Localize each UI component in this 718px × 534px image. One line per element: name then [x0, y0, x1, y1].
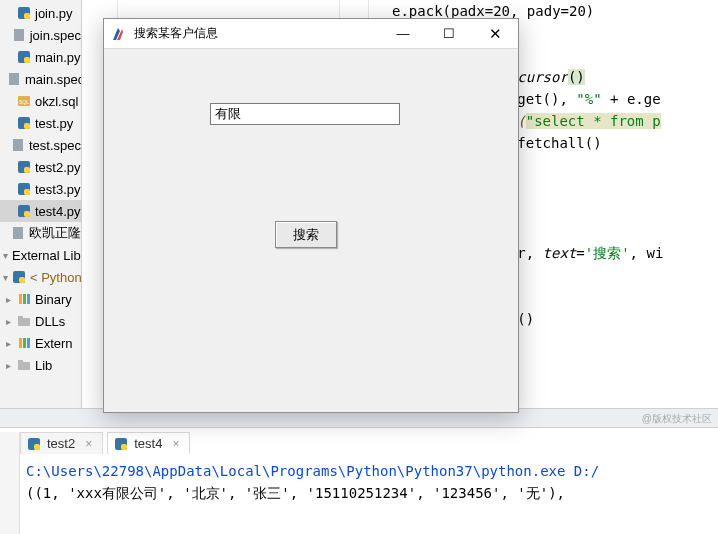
tk-window[interactable]: 搜索某客户信息 ― ☐ ✕ 搜索	[103, 18, 519, 413]
generic-file-icon	[12, 28, 26, 42]
run-tab-label: test4	[134, 436, 162, 451]
tree-item[interactable]: test4.py	[0, 200, 81, 222]
svg-rect-20	[19, 294, 22, 304]
svg-rect-2	[14, 29, 24, 41]
tree-item[interactable]: test3.py	[0, 178, 81, 200]
folder-file-icon	[17, 358, 31, 372]
run-tabs: test2×test4×	[20, 432, 190, 454]
close-tab-icon[interactable]: ×	[85, 437, 92, 451]
py-file-icon	[17, 160, 31, 174]
minimize-button[interactable]: ―	[380, 19, 426, 49]
svg-text:SQL: SQL	[19, 99, 29, 105]
py-file-icon	[17, 204, 31, 218]
tree-item[interactable]: ▸DLLs	[0, 310, 81, 332]
py-file-icon	[12, 270, 26, 284]
tree-arrow-icon: ▸	[3, 360, 13, 371]
tree-item[interactable]: test.spec	[0, 134, 81, 156]
run-tab[interactable]: test2×	[20, 432, 103, 454]
close-tab-icon[interactable]: ×	[172, 437, 179, 451]
svg-rect-27	[27, 338, 30, 348]
svg-rect-1	[24, 13, 30, 19]
run-gutter	[0, 432, 20, 534]
svg-rect-22	[27, 294, 30, 304]
svg-rect-31	[34, 444, 40, 450]
tree-item-label: Extern	[35, 336, 73, 351]
svg-rect-4	[24, 57, 30, 63]
svg-rect-10	[13, 139, 23, 151]
tree-item[interactable]: ▸Extern	[0, 332, 81, 354]
svg-rect-26	[23, 338, 26, 348]
tree-item-label: okzl.sql	[35, 94, 78, 109]
console-line: C:\Users\22798\AppData\Local\Programs\Py…	[26, 460, 712, 482]
generic-file-icon	[11, 138, 25, 152]
svg-rect-29	[18, 360, 23, 363]
tree-item-label: test2.py	[35, 160, 81, 175]
svg-rect-9	[24, 123, 30, 129]
py-file-icon	[17, 182, 31, 196]
tree-item[interactable]: ▾< Python	[0, 266, 81, 288]
search-button[interactable]: 搜索	[275, 221, 337, 248]
folder-file-icon	[17, 314, 31, 328]
tree-item-label: join.spec	[30, 28, 81, 43]
tree-item[interactable]: join.spec	[0, 24, 81, 46]
svg-rect-24	[18, 316, 23, 319]
console-line: ((1, 'xxx有限公司', '北京', '张三', '15110251234…	[26, 482, 712, 504]
tree-item-label: < Python	[30, 270, 81, 285]
svg-rect-17	[13, 227, 23, 239]
tree-item[interactable]: ▾External Libraries	[0, 244, 81, 266]
py-file-icon	[17, 116, 31, 130]
svg-rect-23	[18, 318, 30, 326]
tree-item-label: DLLs	[35, 314, 65, 329]
tk-window-title: 搜索某客户信息	[134, 25, 380, 42]
tree-item-label: test3.py	[35, 182, 81, 197]
project-tree[interactable]: join.pyjoin.specmain.pymain.specSQLokzl.…	[0, 0, 82, 410]
svg-rect-16	[24, 211, 30, 217]
py-file-icon	[114, 437, 128, 451]
svg-rect-28	[18, 362, 30, 370]
py-file-icon	[17, 50, 31, 64]
tree-item[interactable]: join.py	[0, 2, 81, 24]
svg-rect-5	[9, 73, 19, 85]
generic-file-icon	[11, 226, 25, 240]
tree-item[interactable]: 欧凯正隆	[0, 222, 81, 244]
tree-item[interactable]: test2.py	[0, 156, 81, 178]
svg-rect-14	[24, 189, 30, 195]
tree-item[interactable]: SQLokzl.sql	[0, 90, 81, 112]
lib-file-icon	[17, 336, 31, 350]
svg-rect-21	[23, 294, 26, 304]
run-tab-label: test2	[47, 436, 75, 451]
lib-file-icon	[17, 292, 31, 306]
tree-item[interactable]: main.spec	[0, 68, 81, 90]
tree-arrow-icon: ▸	[3, 294, 13, 305]
sql-file-icon: SQL	[17, 94, 31, 108]
tree-item-label: join.py	[35, 6, 73, 21]
search-entry[interactable]	[210, 103, 400, 125]
tree-item-label: test.py	[35, 116, 73, 131]
generic-file-icon	[7, 72, 21, 86]
tree-item[interactable]: test.py	[0, 112, 81, 134]
tree-item-label: test4.py	[35, 204, 81, 219]
run-tab[interactable]: test4×	[107, 432, 190, 454]
tree-item[interactable]: ▸Lib	[0, 354, 81, 376]
maximize-button[interactable]: ☐	[426, 19, 472, 49]
tk-titlebar[interactable]: 搜索某客户信息 ― ☐ ✕	[104, 19, 518, 49]
tree-arrow-icon: ▾	[3, 250, 8, 261]
svg-rect-19	[19, 277, 25, 283]
tk-body: 搜索	[104, 49, 518, 412]
tree-item-label: 欧凯正隆	[29, 224, 81, 242]
tree-item-label: Binary	[35, 292, 72, 307]
tree-item[interactable]: ▸Binary	[0, 288, 81, 310]
svg-rect-12	[24, 167, 30, 173]
svg-rect-33	[121, 444, 127, 450]
tree-arrow-icon: ▸	[3, 316, 13, 327]
py-file-icon	[27, 437, 41, 451]
tree-item[interactable]: main.py	[0, 46, 81, 68]
tk-feather-icon	[110, 26, 126, 42]
tree-item-label: test.spec	[29, 138, 81, 153]
py-file-icon	[17, 6, 31, 20]
tree-item-label: External Libraries	[12, 248, 81, 263]
close-button[interactable]: ✕	[472, 19, 518, 49]
svg-rect-25	[19, 338, 22, 348]
console-output[interactable]: C:\Users\22798\AppData\Local\Programs\Py…	[20, 456, 718, 534]
tree-arrow-icon: ▸	[3, 338, 13, 349]
